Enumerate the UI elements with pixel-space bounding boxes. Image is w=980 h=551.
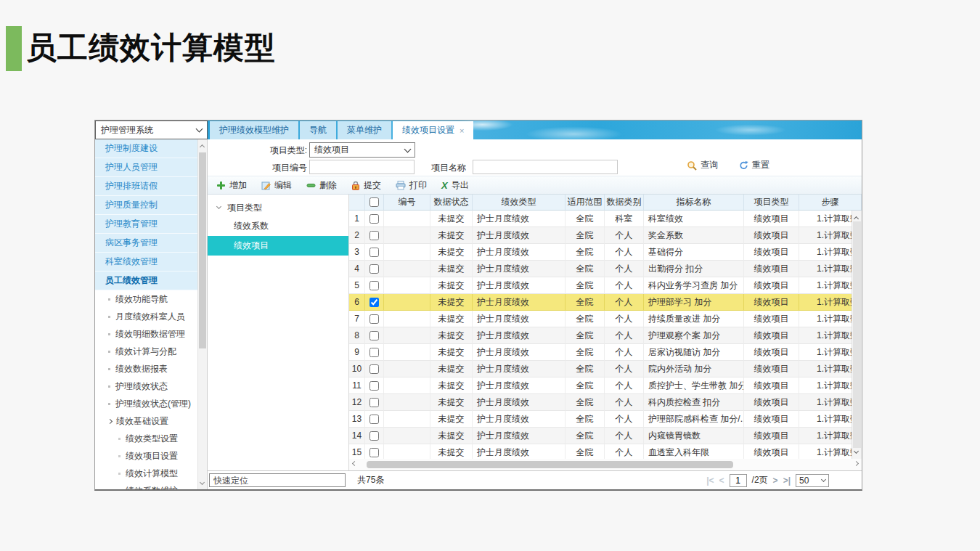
tab-project-settings[interactable]: 绩效项目设置 ×	[393, 121, 473, 139]
row-checkbox[interactable]	[369, 381, 379, 391]
add-button[interactable]: 增加	[216, 179, 247, 192]
project-code-input[interactable]	[309, 160, 415, 174]
table-row[interactable]: 8 未提交 护士月度绩效 全院 个人 护理观察个案 加分 绩效项目 1.计算取数	[349, 327, 862, 344]
tree-node[interactable]: 绩效项目	[208, 236, 348, 256]
top-bar: 护理管理系统 护理绩效模型维护 导航 菜单维护 绩效项目设置 ×	[95, 121, 862, 139]
submit-button[interactable]: 提交	[351, 179, 381, 192]
header-cell[interactable]: 步骤	[799, 195, 862, 211]
row-checkbox[interactable]	[369, 431, 379, 441]
header-cell[interactable]: 数据类别	[605, 195, 644, 211]
row-checkbox[interactable]	[369, 298, 379, 307]
sidebar-item[interactable]: 绩效类型设置	[95, 430, 198, 447]
tab-navigation[interactable]: 导航	[300, 121, 336, 139]
row-checkbox[interactable]	[369, 314, 379, 324]
row-number: 9	[349, 344, 365, 361]
sidebar-item[interactable]: 护理排班请假	[95, 177, 198, 196]
quick-locate-input[interactable]	[209, 473, 346, 487]
sidebar-item[interactable]: 护理绩效状态	[95, 377, 198, 395]
table-row[interactable]: 9 未提交 护士月度绩效 全院 个人 居家访视随访 加分 绩效项目 1.计算取数	[349, 344, 862, 361]
row-checkbox[interactable]	[369, 448, 379, 457]
row-checkbox[interactable]	[369, 415, 379, 424]
chevron-down-icon[interactable]	[854, 449, 859, 454]
sidebar-item[interactable]: 绩效明细数据管理	[95, 325, 198, 343]
search-button[interactable]: 查询	[687, 159, 718, 171]
row-checkbox[interactable]	[369, 398, 379, 407]
chevron-left-icon[interactable]	[352, 461, 357, 466]
chevron-up-icon[interactable]	[200, 144, 205, 150]
table-row[interactable]: 15 未提交 护士月度绩效 全院 个人 血透室入科年限 绩效项目 1.计算取数	[349, 444, 862, 459]
row-checkbox[interactable]	[369, 364, 379, 374]
tree-root-node[interactable]: 项目类型	[208, 199, 348, 216]
tree-node[interactable]: 绩效系数	[208, 216, 348, 236]
row-checkbox[interactable]	[369, 264, 379, 274]
table-row[interactable]: 13 未提交 护士月度绩效 全院 个人 护理部院感科检查 加分/... 绩效项目…	[349, 411, 862, 428]
page-size-select[interactable]: 50	[796, 474, 829, 487]
table-row[interactable]: 2 未提交 护士月度绩效 全院 个人 奖金系数 绩效项目 1.计算取数	[349, 227, 862, 244]
next-page-button[interactable]: >	[773, 476, 778, 486]
export-button[interactable]: 导出	[441, 179, 469, 192]
header-cell[interactable]: 数据状态	[430, 195, 473, 211]
vertical-scrollbar[interactable]	[852, 211, 862, 459]
edit-button[interactable]: 编辑	[261, 179, 292, 192]
sidebar-item[interactable]: 科室绩效管理	[95, 253, 198, 272]
table-row[interactable]: 5 未提交 护士月度绩效 全院 个人 科内业务学习查房 加分 绩效项目 1.计算…	[349, 277, 862, 294]
sidebar-item[interactable]: 绩效功能导航	[95, 290, 198, 308]
sidebar-item[interactable]: 员工绩效管理	[95, 272, 198, 290]
horizontal-scrollbar[interactable]	[349, 459, 862, 470]
reset-button[interactable]: 重置	[739, 159, 769, 171]
table-row[interactable]: 1 未提交 护士月度绩效 全院 科室 科室绩效 绩效项目 1.计算取数	[349, 211, 862, 227]
page-number-input[interactable]	[730, 474, 747, 487]
table-row[interactable]: 14 未提交 护士月度绩效 全院 个人 内窥镜胃镜数 绩效项目 1.计算取数	[349, 428, 862, 444]
table-row[interactable]: 4 未提交 护士月度绩效 全院 个人 出勤得分 扣分 绩效项目 1.计算取数	[349, 261, 862, 277]
sidebar-item[interactable]: 护理教育管理	[95, 215, 198, 234]
table-row[interactable]: 6 未提交 护士月度绩效 全院 个人 护理部学习 加分 绩效项目 1.计算取数	[349, 294, 862, 311]
sidebar-item[interactable]: 绩效数据报表	[95, 360, 198, 377]
row-checkbox[interactable]	[369, 281, 379, 290]
tab-model-maintain[interactable]: 护理绩效模型维护	[210, 121, 298, 139]
row-checkbox[interactable]	[369, 231, 379, 240]
scrollbar-thumb[interactable]	[853, 221, 861, 448]
table-row[interactable]: 12 未提交 护士月度绩效 全院 个人 科内质控检查 扣分 绩效项目 1.计算取…	[349, 394, 862, 411]
row-checkbox[interactable]	[369, 331, 379, 340]
header-cell[interactable]: 编号	[384, 195, 430, 211]
print-button[interactable]: 打印	[396, 179, 427, 192]
header-cell[interactable]: 项目类型	[744, 195, 799, 211]
table-row[interactable]: 11 未提交 护士月度绩效 全院 个人 质控护士、学生带教 加分 绩效项目 1.…	[349, 377, 862, 394]
sidebar-item[interactable]: 护理人员管理	[95, 158, 198, 177]
project-type-select[interactable]: 绩效项目	[309, 142, 415, 158]
sidebar-item[interactable]: 月度绩效科室人员	[95, 308, 198, 325]
sidebar-item[interactable]: 护理质量控制	[95, 196, 198, 215]
sidebar-item[interactable]: 护理绩效状态(管理)	[95, 395, 198, 412]
row-checkbox[interactable]	[369, 214, 379, 224]
chevron-up-icon[interactable]	[854, 216, 859, 221]
table-row[interactable]: 7 未提交 护士月度绩效 全院 个人 持续质量改进 加分 绩效项目 1.计算取数	[349, 311, 862, 327]
row-checkbox[interactable]	[369, 348, 379, 357]
sidebar-item[interactable]: 绩效项目设置	[95, 447, 198, 465]
header-cell[interactable]: 适用范围	[565, 195, 605, 211]
sidebar-scrollbar[interactable]	[197, 139, 207, 489]
sidebar-item[interactable]: 病区事务管理	[95, 234, 198, 253]
close-icon[interactable]: ×	[460, 126, 464, 135]
header-cell[interactable]: 绩效类型	[473, 195, 565, 211]
first-page-button[interactable]: |<	[706, 476, 714, 486]
table-row[interactable]: 10 未提交 护士月度绩效 全院 个人 院内外活动 加分 绩效项目 1.计算取数	[349, 361, 862, 377]
sidebar-item[interactable]: 绩效系数维护	[95, 482, 198, 489]
scrollbar-thumb[interactable]	[199, 152, 206, 348]
sidebar-item[interactable]: 绩效计算模型	[95, 465, 198, 482]
system-select[interactable]: 护理管理系统	[95, 121, 208, 139]
select-all-checkbox[interactable]	[369, 197, 379, 207]
prev-page-button[interactable]: <	[719, 476, 724, 486]
chevron-right-icon[interactable]	[854, 461, 859, 466]
sidebar-item[interactable]: 绩效计算与分配	[95, 343, 198, 360]
tab-menu-maintain[interactable]: 菜单维护	[338, 121, 391, 139]
last-page-button[interactable]: >|	[783, 476, 791, 486]
project-name-input[interactable]	[473, 160, 618, 174]
delete-button[interactable]: 删除	[306, 179, 337, 192]
scrollbar-thumb[interactable]	[367, 461, 733, 468]
table-row[interactable]: 3 未提交 护士月度绩效 全院 个人 基础得分 绩效项目 1.计算取数	[349, 244, 862, 261]
header-cell[interactable]: 指标名称	[644, 195, 744, 211]
sidebar-item[interactable]: 护理制度建设	[95, 139, 198, 158]
chevron-down-icon[interactable]	[200, 480, 205, 485]
row-checkbox[interactable]	[369, 248, 379, 257]
sidebar-item[interactable]: 绩效基础设置	[95, 412, 198, 430]
